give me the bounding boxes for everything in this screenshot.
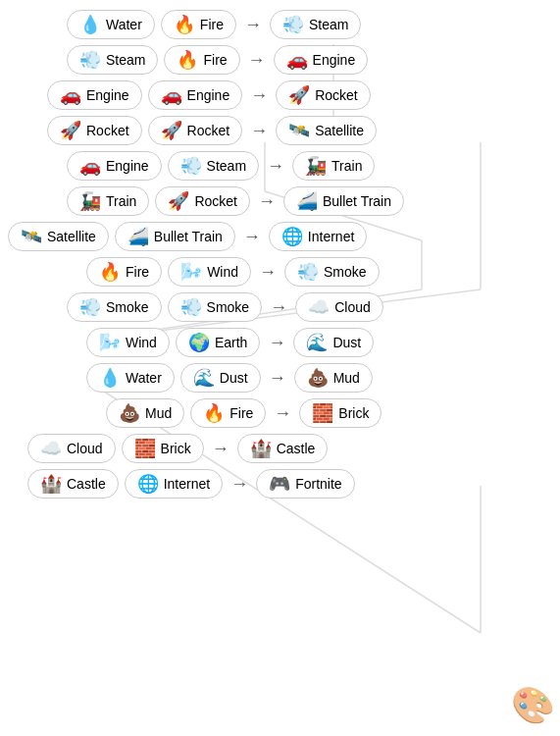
- output-label: Fortnite: [295, 476, 341, 492]
- input-pill[interactable]: 🔥Fire: [161, 10, 236, 39]
- input-label: Dust: [220, 370, 248, 386]
- output-pill[interactable]: 💨Steam: [270, 10, 361, 39]
- input-pill[interactable]: 🌬️Wind: [168, 257, 251, 287]
- input-pill[interactable]: 🚗Engine: [148, 80, 243, 110]
- input-pill[interactable]: 💨Smoke: [67, 292, 162, 322]
- input-pill[interactable]: 🔥Fire: [164, 45, 239, 75]
- internet-icon: 🌐: [137, 475, 159, 493]
- smoke-icon: 💨: [79, 298, 101, 316]
- output-pill[interactable]: 🌊Dust: [293, 328, 374, 357]
- castle-icon: 🏰: [40, 475, 62, 493]
- output-label: Steam: [309, 17, 348, 32]
- output-pill[interactable]: 💩Mud: [294, 363, 373, 393]
- input-pill[interactable]: 🔥Fire: [86, 257, 162, 287]
- input-label: Water: [106, 17, 142, 32]
- recipe-row: 💧Water🌊Dust→💩Mud: [8, 363, 552, 393]
- input-pill[interactable]: 💧Water: [86, 363, 175, 393]
- input-label: Brick: [161, 441, 191, 456]
- input-pill[interactable]: 🧱Brick: [122, 434, 204, 463]
- output-label: Engine: [313, 52, 356, 68]
- output-pill[interactable]: 🚗Engine: [274, 45, 369, 75]
- input-label: Wind: [207, 264, 238, 280]
- input-pill[interactable]: 🏰Castle: [27, 469, 119, 499]
- engine-icon: 🚗: [79, 157, 101, 175]
- input-pill[interactable]: 💨Steam: [168, 151, 259, 181]
- input-label: Bullet Train: [154, 229, 223, 244]
- decorative-swirl: 🎨: [511, 685, 555, 726]
- input-pill[interactable]: 🌊Dust: [180, 363, 261, 393]
- input-label: Satellite: [47, 229, 96, 244]
- fortnite-result-icon: 🎮: [269, 475, 290, 493]
- input-pill[interactable]: 💩Mud: [106, 398, 184, 428]
- input-pill[interactable]: 💨Steam: [67, 45, 158, 75]
- input-pill[interactable]: 🚀Rocket: [47, 116, 142, 145]
- input-pill[interactable]: 🚀Rocket: [148, 116, 243, 145]
- arrow-icon: →: [212, 439, 229, 459]
- output-pill[interactable]: 🏰Castle: [237, 434, 329, 463]
- output-pill[interactable]: 💨Smoke: [284, 257, 380, 287]
- recipe-row: 🚗Engine💨Steam→🚂Train: [8, 151, 552, 181]
- fire-icon: 🔥: [99, 263, 121, 281]
- input-pill[interactable]: 🚂Train: [67, 186, 149, 216]
- arrow-icon: →: [243, 227, 261, 247]
- output-label: Brick: [338, 405, 369, 421]
- recipe-row: 💩Mud🔥Fire→🧱Brick: [8, 398, 552, 428]
- input-pill[interactable]: 🌬️Wind: [86, 328, 170, 357]
- smoke-result-icon: 💨: [297, 263, 319, 281]
- steam-result-icon: 💨: [282, 16, 304, 33]
- recipe-row: ☁️Cloud🧱Brick→🏰Castle: [8, 434, 552, 463]
- train-icon: 🚂: [79, 192, 101, 210]
- satellite-icon: 🛰️: [21, 228, 42, 245]
- input-label: Rocket: [86, 123, 129, 138]
- steam-icon: 💨: [180, 157, 202, 175]
- input-label: Rocket: [194, 193, 237, 209]
- input-label: Engine: [86, 87, 129, 103]
- earth-icon: 🌍: [188, 334, 210, 351]
- input-pill[interactable]: 🚗Engine: [47, 80, 142, 110]
- output-pill[interactable]: 🚀Rocket: [276, 80, 371, 110]
- input-label: Water: [126, 370, 162, 386]
- output-label: Smoke: [324, 264, 367, 280]
- rocket-icon: 🚀: [168, 192, 189, 210]
- fire-icon: 🔥: [203, 404, 225, 422]
- internet-result-icon: 🌐: [281, 228, 303, 245]
- output-pill[interactable]: 🎮Fortnite: [256, 469, 354, 499]
- output-label: Satellite: [315, 123, 364, 138]
- input-label: Engine: [187, 87, 230, 103]
- input-pill[interactable]: 🌍Earth: [176, 328, 260, 357]
- input-pill[interactable]: 🌐Internet: [125, 469, 223, 499]
- input-label: Smoke: [106, 299, 149, 315]
- castle-result-icon: 🏰: [250, 440, 272, 457]
- engine-result-icon: 🚗: [286, 51, 308, 69]
- output-pill[interactable]: 🚄Bullet Train: [283, 186, 404, 216]
- water-icon: 💧: [99, 369, 121, 387]
- recipe-row: 💨Steam🔥Fire→🚗Engine: [8, 45, 552, 75]
- input-pill[interactable]: 🚀Rocket: [155, 186, 250, 216]
- recipe-row: 🚀Rocket🚀Rocket→🛰️Satellite: [8, 116, 552, 145]
- arrow-icon: →: [267, 156, 284, 177]
- output-pill[interactable]: 🧱Brick: [299, 398, 382, 428]
- output-pill[interactable]: 🚂Train: [292, 151, 375, 181]
- engine-icon: 🚗: [60, 86, 81, 104]
- input-pill[interactable]: 🚗Engine: [67, 151, 162, 181]
- input-label: Fire: [200, 17, 224, 32]
- input-pill[interactable]: 🚄Bullet Train: [115, 222, 235, 251]
- output-label: Mud: [333, 370, 360, 386]
- input-pill[interactable]: 🔥Fire: [190, 398, 266, 428]
- output-pill[interactable]: 🌐Internet: [269, 222, 367, 251]
- arrow-icon: →: [274, 403, 291, 424]
- input-pill[interactable]: 💨Smoke: [168, 292, 263, 322]
- input-pill[interactable]: ☁️Cloud: [27, 434, 116, 463]
- output-pill[interactable]: 🛰️Satellite: [276, 116, 377, 145]
- wind-icon: 🌬️: [180, 263, 202, 281]
- input-pill[interactable]: 🛰️Satellite: [8, 222, 109, 251]
- recipe-row: 💧Water🔥Fire→💨Steam: [8, 10, 552, 39]
- bullet train-icon: 🚄: [127, 228, 149, 245]
- input-pill[interactable]: 💧Water: [67, 10, 155, 39]
- output-label: Cloud: [334, 299, 371, 315]
- output-label: Rocket: [315, 87, 358, 103]
- brick-icon: 🧱: [134, 440, 156, 457]
- wind-icon: 🌬️: [99, 334, 121, 351]
- output-pill[interactable]: ☁️Cloud: [295, 292, 383, 322]
- recipe-row: 🌬️Wind🌍Earth→🌊Dust: [8, 328, 552, 357]
